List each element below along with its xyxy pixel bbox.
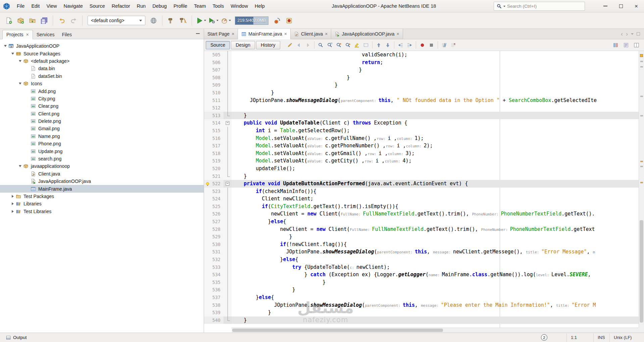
code-line[interactable]: 508 } [204, 74, 644, 82]
clean-and-build-button[interactable] [178, 15, 188, 26]
code-line[interactable]: 532 }else{ [204, 256, 644, 263]
tree-item[interactable]: Test Libraries [0, 208, 204, 215]
output-window-button[interactable]: Output [3, 334, 30, 341]
redo-button[interactable] [68, 15, 79, 26]
fold-toggle-icon[interactable] [224, 180, 232, 188]
sidebar-tab-projects[interactable]: Projects× [2, 30, 33, 39]
code-line[interactable]: 505 validSearch(i); [204, 51, 644, 59]
jump-back-button[interactable] [294, 41, 303, 49]
tree-item[interactable]: Client.java [0, 170, 204, 178]
ide-globe-button[interactable] [148, 15, 159, 26]
notifications-badge[interactable]: 2 [541, 334, 547, 341]
menu-window[interactable]: Window [227, 0, 251, 12]
open-project-button[interactable] [27, 15, 38, 26]
menu-file[interactable]: File [13, 0, 28, 12]
editor-tab-javaapplicationoop-java[interactable]: JavaApplicationOOP.java× [331, 29, 403, 39]
code-line[interactable]: 507 } [204, 66, 644, 74]
sidebar-tab-services[interactable]: Services [33, 30, 58, 39]
file-warning-mark[interactable] [640, 54, 643, 57]
code-line[interactable]: 509 } [204, 81, 644, 89]
code-line[interactable]: 529 } [204, 233, 644, 241]
minimize-button[interactable] [598, 0, 613, 12]
tree-expand-icon[interactable] [10, 202, 15, 205]
code-line[interactable]: 535 } [204, 279, 644, 286]
code-line[interactable]: 516 Model.setValueAt(aValue: c.getFullNa… [204, 135, 644, 142]
stripe-mark[interactable] [640, 115, 643, 116]
find-previous-button[interactable] [334, 41, 343, 49]
close-tab-icon[interactable]: × [232, 32, 234, 36]
tree-item[interactable]: Gmail.png [0, 125, 204, 132]
editor-tab-client-java[interactable]: Client.java× [291, 29, 332, 39]
code-line[interactable]: 531 JOptionPane.showMessageDialog(parent… [204, 248, 644, 256]
uncomment-button[interactable] [449, 41, 458, 49]
stripe-mark[interactable] [640, 61, 643, 62]
code-line[interactable]: 527 }else{ [204, 218, 644, 226]
code-line[interactable]: 512 [204, 104, 644, 112]
code-line[interactable]: 537 }else{ [204, 294, 644, 301]
minimize-panel-icon[interactable] [196, 33, 200, 34]
start-macro-button[interactable] [418, 41, 427, 49]
code-line[interactable]: 526 newClient = new Client(FullName: Ful… [204, 210, 644, 218]
menu-tools[interactable]: Tools [209, 0, 227, 12]
code-editor[interactable]: 505 validSearch(i);506 return;507 }508 [204, 51, 644, 333]
code-line[interactable]: 519 Model.setValueAt(aValue: c.getCity()… [204, 157, 644, 165]
tree-item[interactable]: City.png [0, 95, 204, 102]
stripe-mark[interactable] [640, 182, 643, 183]
stop-macro-button[interactable] [427, 41, 436, 49]
tree-expand-icon[interactable] [10, 195, 15, 198]
tree-expand-icon[interactable] [10, 210, 15, 213]
stripe-mark[interactable] [640, 96, 643, 97]
toggle-highlight-button[interactable] [352, 41, 361, 49]
heap-dump-button[interactable] [284, 15, 294, 26]
annotations-button[interactable] [622, 41, 631, 49]
profile-dropdown-icon[interactable] [229, 20, 231, 21]
code-line[interactable]: 533 try {UpdateToTable(c: newClient); [204, 263, 644, 271]
close-tab-icon[interactable]: × [284, 32, 287, 36]
tree-item[interactable]: Test Packages [0, 193, 204, 200]
fold-toggle-icon[interactable] [224, 119, 232, 127]
tree-collapse-icon[interactable] [17, 83, 23, 85]
code-line[interactable]: 540 } [204, 316, 644, 324]
view-button-history[interactable]: History [256, 41, 280, 49]
config-select[interactable]: <default config> [88, 16, 145, 25]
menu-profile[interactable]: Profile [170, 0, 191, 12]
tree-item[interactable]: Source Packages [0, 50, 204, 57]
tree-item[interactable]: Libraries [0, 200, 204, 207]
tree-item[interactable]: Delete.png [0, 117, 204, 125]
code-line[interactable]: 520 updateFile(); [204, 165, 644, 173]
code-line[interactable]: 522 private void UpdateButtonActionPerfo… [204, 180, 644, 188]
code-line[interactable]: 506 return; [204, 59, 644, 66]
code-line[interactable]: 528 newClient = new Client(FullName: Ful… [204, 226, 644, 233]
menu-debug[interactable]: Debug [149, 0, 170, 12]
search-scope-caret-icon[interactable] [503, 6, 505, 7]
menu-navigate[interactable]: Navigate [60, 0, 86, 12]
code-line[interactable]: 523 if(checkMainInfo()){ [204, 188, 644, 195]
maximize-editor-icon[interactable] [637, 32, 640, 36]
tab-list-dropdown-icon[interactable] [631, 33, 634, 35]
horizontal-scrollbar[interactable] [232, 328, 639, 333]
scroll-tabs-right-icon[interactable]: › [626, 31, 628, 37]
memory-indicator[interactable]: 219.5/402.0MB [235, 16, 268, 25]
tree-item[interactable]: Client.png [0, 110, 204, 117]
line-ending[interactable]: Unix (LF) [609, 333, 641, 342]
code-line[interactable]: 536 } [204, 286, 644, 294]
stripe-mark[interactable] [640, 166, 643, 167]
tree-item[interactable]: JavaApplicationOOP [0, 42, 204, 50]
run-project-button[interactable] [195, 15, 207, 26]
build-project-button[interactable] [166, 15, 177, 26]
menu-view[interactable]: View [43, 0, 60, 12]
tree-item[interactable]: JavaApplicationOOP.java [0, 178, 204, 185]
vertical-scrollbar[interactable] [639, 51, 644, 328]
editor-tab-start-page[interactable]: Start Page× [204, 29, 238, 39]
tree-collapse-icon[interactable] [10, 53, 15, 55]
quick-search-input[interactable]: Search (Ctrl+I) [494, 2, 585, 11]
menu-refactor[interactable]: Refactor [108, 0, 134, 12]
stripe-mark[interactable] [640, 66, 643, 67]
code-line[interactable]: 530 if(!newClient.flag()){ [204, 241, 644, 248]
code-line[interactable]: 510 } [204, 89, 644, 97]
menu-run[interactable]: Run [134, 0, 149, 12]
code-line[interactable]: 514 public void UpdateToTable(Client c) … [204, 119, 644, 127]
new-project-button[interactable] [15, 15, 26, 26]
jump-forward-button[interactable] [303, 41, 312, 49]
code-line[interactable]: 525 if(CityTextField.getText().trim().is… [204, 203, 644, 210]
